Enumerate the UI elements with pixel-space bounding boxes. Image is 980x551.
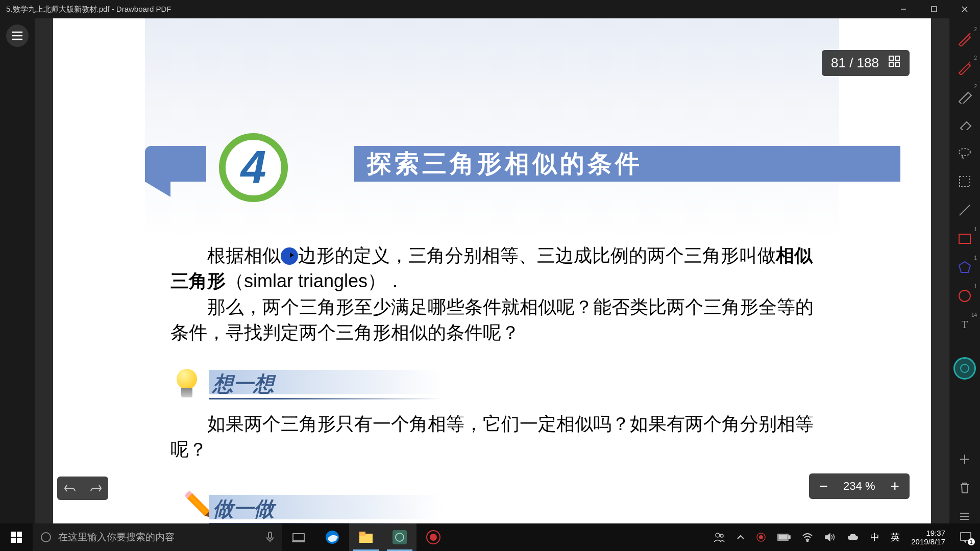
tool-sidebar: 2 2 2 1 1 1 T14 (949, 18, 980, 531)
lasso-tool[interactable] (949, 139, 980, 167)
onedrive-icon[interactable] (847, 533, 859, 542)
wifi-icon[interactable] (802, 533, 813, 542)
svg-rect-10 (895, 62, 899, 66)
svg-point-11 (959, 148, 970, 156)
app-body: 4 探索三角形相似的条件 根据相似边形的定义，三角分别相等、三边成比例的两个三角… (0, 18, 980, 531)
svg-rect-32 (359, 532, 365, 536)
tray-record-icon[interactable] (756, 532, 766, 542)
edge-app[interactable] (315, 523, 349, 551)
svg-point-36 (430, 534, 437, 541)
svg-point-38 (720, 534, 723, 537)
people-icon[interactable] (713, 532, 725, 543)
section-number-circle: 4 (219, 133, 288, 202)
add-tool-button[interactable] (949, 445, 980, 473)
svg-point-44 (807, 540, 808, 542)
svg-point-37 (716, 533, 720, 537)
svg-line-13 (960, 205, 970, 215)
title-bar: 5.数学九上北师大版新教材.pdf - Drawboard PDF (0, 0, 980, 18)
paragraph-1: 根据相似边形的定义，三角分别相等、三边成比例的两个三角形叫做相似三角形（siml… (170, 243, 814, 294)
think-title: 想一想 (209, 370, 444, 398)
system-tray: 中 英 19:37 2019/8/17 1 (713, 528, 980, 546)
think-text: 如果两个三角形只有一个角相等，它们一定相似吗？如果有两个角分别相等呢？ (170, 411, 814, 463)
svg-rect-24 (11, 538, 16, 543)
record-app[interactable] (416, 523, 450, 551)
svg-rect-14 (959, 234, 970, 243)
cursor-indicator (281, 247, 298, 265)
start-button[interactable] (0, 523, 33, 551)
svg-rect-7 (889, 56, 893, 60)
camera-app[interactable] (383, 523, 416, 551)
svg-rect-43 (779, 535, 787, 539)
body-paragraphs: 根据相似边形的定义，三角分别相等、三边成比例的两个三角形叫做相似三角形（siml… (170, 243, 814, 346)
do-header: 做一做 (170, 493, 814, 526)
search-placeholder: 在这里输入你要搜索的内容 (58, 531, 175, 544)
svg-rect-27 (268, 532, 272, 538)
svg-rect-12 (960, 177, 970, 187)
pdf-page: 4 探索三角形相似的条件 根据相似边形的定义，三角分别相等、三边成比例的两个三角… (145, 18, 839, 513)
redo-button[interactable] (83, 477, 108, 500)
zoom-controls: − 234 % + (809, 473, 910, 499)
target-tool[interactable] (949, 354, 980, 383)
pen-tool-2[interactable]: 2 (949, 53, 980, 82)
svg-rect-9 (889, 62, 893, 66)
svg-point-40 (759, 535, 763, 539)
file-explorer-app[interactable] (349, 523, 383, 551)
section-header: 4 探索三角形相似的条件 (145, 146, 900, 182)
mic-icon[interactable] (265, 531, 275, 543)
polygon-tool[interactable]: 1 (949, 253, 980, 282)
zoom-value[interactable]: 234 % (843, 480, 875, 493)
section-title: 探索三角形相似的条件 (354, 146, 900, 182)
section-tab (145, 146, 206, 182)
clock[interactable]: 19:37 2019/8/17 (911, 529, 945, 546)
volume-icon[interactable] (824, 532, 836, 542)
svg-rect-1 (932, 7, 937, 12)
svg-point-26 (41, 533, 51, 542)
task-view-button[interactable] (282, 523, 315, 551)
svg-rect-8 (895, 56, 899, 60)
zoom-out-button[interactable]: − (815, 478, 832, 495)
window-title: 5.数学九上北师大版新教材.pdf - Drawboard PDF (6, 5, 888, 14)
maximize-button[interactable] (919, 0, 949, 18)
svg-marker-15 (959, 262, 970, 272)
undo-button[interactable] (57, 477, 83, 500)
rectangle-tool[interactable]: 1 (949, 224, 980, 253)
ime-indicator-2[interactable]: 英 (891, 531, 900, 543)
ime-indicator-1[interactable]: 中 (870, 531, 879, 543)
close-button[interactable] (949, 0, 980, 18)
svg-point-16 (959, 290, 970, 302)
think-header: 想一想 (170, 368, 814, 401)
line-tool[interactable] (949, 196, 980, 224)
highlighter-tool[interactable]: 2 (949, 82, 980, 110)
left-sidebar (0, 18, 35, 531)
tray-expand-icon[interactable] (737, 534, 745, 540)
pen-tool-1[interactable]: 2 (949, 24, 980, 53)
lightbulb-icon (170, 368, 204, 401)
eraser-tool[interactable] (949, 110, 980, 139)
notifications-button[interactable]: 1 (957, 528, 975, 546)
svg-rect-25 (17, 538, 22, 543)
do-title: 做一做 (209, 495, 444, 523)
document-viewport[interactable]: 4 探索三角形相似的条件 根据相似边形的定义，三角分别相等、三边成比例的两个三角… (35, 18, 949, 531)
taskbar: 在这里输入你要搜索的内容 中 英 19:37 2019/8/17 1 (0, 523, 980, 551)
cortana-icon (40, 531, 52, 543)
section-number: 4 (240, 141, 266, 194)
trash-button[interactable] (949, 473, 980, 502)
svg-rect-28 (293, 534, 304, 541)
battery-icon[interactable] (777, 533, 791, 541)
page-background: 4 探索三角形相似的条件 根据相似边形的定义，三角分别相等、三边成比例的两个三角… (53, 18, 931, 531)
minimize-button[interactable] (888, 0, 919, 18)
zoom-in-button[interactable]: + (886, 478, 903, 495)
pencil-icon (170, 493, 204, 526)
undo-redo-controls (57, 477, 108, 500)
page-counter[interactable]: 81 / 188 (822, 50, 910, 76)
thumbnails-icon[interactable] (888, 55, 900, 71)
menu-button[interactable] (6, 24, 29, 47)
svg-rect-22 (11, 532, 16, 537)
search-box[interactable]: 在这里输入你要搜索的内容 (33, 523, 282, 551)
svg-rect-33 (393, 530, 407, 544)
svg-rect-42 (789, 536, 790, 539)
svg-rect-23 (17, 532, 22, 537)
select-tool[interactable] (949, 167, 980, 196)
circle-tool[interactable]: 1 (949, 282, 980, 310)
text-tool[interactable]: T14 (949, 310, 980, 339)
